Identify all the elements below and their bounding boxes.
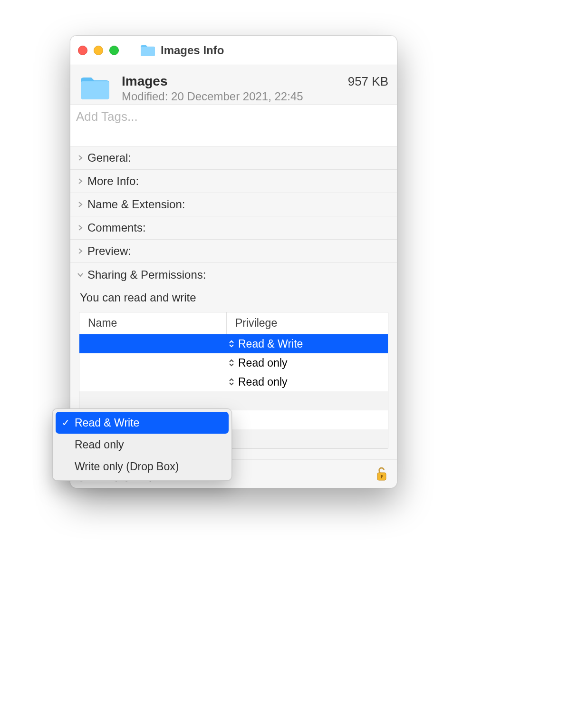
section-label: Sharing & Permissions: <box>87 268 206 281</box>
chevron-down-icon <box>77 272 84 278</box>
table-row[interactable]: Read only <box>79 353 388 372</box>
section-label: Preview: <box>87 244 131 258</box>
item-modified: Modified: 20 December 2021, 22:45 <box>122 90 388 103</box>
minimize-window-button[interactable] <box>94 46 103 55</box>
titlebar: Images Info <box>70 36 397 65</box>
privilege-value: Read & Write <box>238 338 303 350</box>
updown-icon <box>229 378 235 386</box>
option-label: Read & Write <box>75 417 139 429</box>
tags-placeholder: Add Tags... <box>76 109 138 124</box>
window-title: Images Info <box>161 44 224 57</box>
privilege-select[interactable]: Read & Write <box>227 338 388 350</box>
option-label: Read only <box>75 438 124 451</box>
chevron-right-icon <box>77 248 84 254</box>
svg-rect-6 <box>381 476 382 478</box>
section-general[interactable]: General: <box>70 146 397 170</box>
chevron-right-icon <box>77 224 84 231</box>
table-row-empty <box>79 391 388 410</box>
close-window-button[interactable] <box>78 46 87 55</box>
section-comments[interactable]: Comments: <box>70 216 397 240</box>
section-preview[interactable]: Preview: <box>70 240 397 263</box>
privilege-value: Read only <box>238 376 288 388</box>
table-header: Name Privilege <box>79 312 388 334</box>
column-name[interactable]: Name <box>79 312 227 334</box>
chevron-right-icon <box>77 155 84 161</box>
privilege-select[interactable]: Read only <box>227 376 388 388</box>
section-label: Comments: <box>87 221 146 234</box>
chevron-right-icon <box>77 201 84 208</box>
updown-icon <box>229 340 235 348</box>
section-sharing-permissions[interactable]: Sharing & Permissions: <box>70 263 397 286</box>
folder-icon <box>79 75 111 101</box>
column-privilege[interactable]: Privilege <box>227 312 388 334</box>
folder-icon <box>140 44 156 57</box>
check-icon: ✓ <box>61 417 70 428</box>
section-label: Name & Extension: <box>87 198 185 211</box>
item-header: Images 957 KB Modified: 20 December 2021… <box>70 65 397 105</box>
section-name-extension[interactable]: Name & Extension: <box>70 193 397 216</box>
dropdown-option[interactable]: Write only (Drop Box) <box>56 456 229 477</box>
table-row[interactable]: Read only <box>79 372 388 391</box>
dropdown-option[interactable]: Read only <box>56 434 229 456</box>
info-window: Images Info Images 957 KB Modified: 20 D… <box>70 35 397 488</box>
updown-icon <box>229 359 235 367</box>
section-more-info[interactable]: More Info: <box>70 170 397 193</box>
unlock-icon[interactable] <box>375 466 388 482</box>
dropdown-option[interactable]: ✓ Read & Write <box>56 412 229 434</box>
item-name: Images <box>122 74 168 89</box>
tags-input[interactable]: Add Tags... <box>70 105 397 146</box>
option-label: Write only (Drop Box) <box>75 460 179 473</box>
permissions-summary: You can read and write <box>79 288 388 312</box>
section-label: General: <box>87 151 131 165</box>
item-size: 957 KB <box>348 74 388 89</box>
chevron-right-icon <box>77 178 84 184</box>
privilege-value: Read only <box>238 357 288 369</box>
privilege-select[interactable]: Read only <box>227 357 388 369</box>
table-row[interactable]: Read & Write <box>79 334 388 353</box>
privilege-dropdown[interactable]: ✓ Read & Write Read only Write only (Dro… <box>52 408 232 481</box>
zoom-window-button[interactable] <box>109 46 119 55</box>
window-controls <box>78 46 119 55</box>
section-label: More Info: <box>87 175 139 188</box>
